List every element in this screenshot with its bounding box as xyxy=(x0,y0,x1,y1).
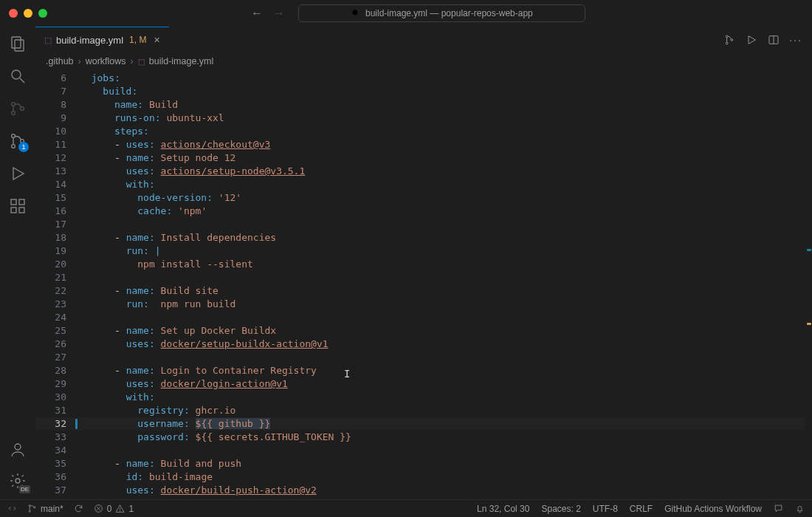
code-line[interactable]: run: npm run build xyxy=(80,298,805,311)
nav-history: ← → xyxy=(251,7,285,20)
cursor-position[interactable]: Ln 32, Col 30 xyxy=(477,504,529,514)
code-line[interactable]: uses: docker/build-push-action@v2 xyxy=(80,484,805,497)
search-icon xyxy=(351,8,361,18)
explorer-icon[interactable] xyxy=(8,34,27,53)
code-line[interactable]: uses: docker/login-action@v1 xyxy=(80,377,805,391)
svg-point-4 xyxy=(12,70,21,79)
yaml-file-icon: ⬚ xyxy=(138,58,145,66)
compare-changes-icon[interactable] xyxy=(723,34,735,46)
remote-indicator[interactable] xyxy=(7,504,17,513)
yaml-file-icon: ⬚ xyxy=(44,35,52,45)
breadcrumb-seg-workflows[interactable]: workflows xyxy=(86,56,126,66)
code-line[interactable]: - name: Set up Docker Buildx xyxy=(80,324,805,338)
settings-gear-icon[interactable]: DE xyxy=(8,471,27,490)
titlebar: ← → build-image.yml — popular-repos-web-… xyxy=(0,0,812,27)
svg-rect-15 xyxy=(11,208,16,213)
extensions-icon[interactable] xyxy=(8,196,27,216)
nav-back-button[interactable]: ← xyxy=(251,7,263,20)
eol-indicator[interactable]: CRLF xyxy=(630,504,653,514)
code-line[interactable]: - name: Install dependencies xyxy=(80,231,805,244)
minimize-window-button[interactable] xyxy=(24,9,32,18)
svg-point-25 xyxy=(29,505,30,507)
git-branch-icon xyxy=(27,504,37,513)
code-line[interactable]: cache: 'npm' xyxy=(80,205,805,218)
code-line[interactable]: build: xyxy=(80,85,805,98)
code-line[interactable] xyxy=(80,218,805,231)
maximize-window-button[interactable] xyxy=(38,9,47,18)
split-editor-icon[interactable] xyxy=(768,34,780,46)
sync-icon xyxy=(74,504,83,513)
code-line[interactable]: node-version: '12' xyxy=(80,191,805,205)
tab-close-button[interactable]: × xyxy=(154,34,159,46)
code-line[interactable]: - name: Build site xyxy=(80,284,805,298)
nav-forward-button[interactable]: → xyxy=(273,7,285,20)
code-line[interactable]: with: xyxy=(80,497,805,499)
code-line[interactable]: - uses: actions/checkout@v3 xyxy=(80,138,805,151)
code-line[interactable]: name: Build xyxy=(80,98,805,112)
source-control-branch-icon[interactable] xyxy=(8,99,27,118)
code-line[interactable]: uses: docker/setup-buildx-action@v1 xyxy=(80,338,805,351)
editor-actions: ··· xyxy=(723,27,812,52)
more-actions-icon[interactable]: ··· xyxy=(790,34,802,46)
sync-button[interactable] xyxy=(74,504,83,513)
code-line[interactable]: with: xyxy=(80,391,805,404)
code-line[interactable]: runs-on: ubuntu-xxl xyxy=(80,112,805,125)
chevron-right-icon: › xyxy=(78,56,81,66)
code-line[interactable]: id: build-image xyxy=(80,470,805,484)
notifications-icon[interactable] xyxy=(795,504,805,513)
code-line[interactable]: - name: Setup node 12 xyxy=(80,151,805,165)
svg-rect-16 xyxy=(19,208,24,213)
scm-badge: 1 xyxy=(18,142,29,152)
search-icon[interactable] xyxy=(8,66,27,86)
code-line[interactable] xyxy=(80,311,805,324)
encoding-indicator[interactable]: UTF-8 xyxy=(593,504,618,514)
svg-rect-13 xyxy=(11,199,16,205)
svg-point-10 xyxy=(12,145,16,148)
code-line[interactable]: registry: ghcr.io xyxy=(80,404,805,417)
feedback-icon[interactable] xyxy=(774,504,783,513)
code-line[interactable]: steps: xyxy=(80,125,805,138)
code-line[interactable] xyxy=(80,271,805,284)
code-editor[interactable]: 6789101112131415161718192021222324252627… xyxy=(35,70,812,499)
source-control-icon[interactable]: 1 xyxy=(8,131,27,151)
svg-point-21 xyxy=(731,38,733,41)
branch-indicator[interactable]: main* xyxy=(27,504,63,514)
status-bar: main* 0 1 Ln 32, Col 30 Spaces: 2 UTF-8 … xyxy=(0,499,812,517)
code-line[interactable]: - name: Build and push xyxy=(80,457,805,470)
svg-point-9 xyxy=(12,134,16,138)
close-window-button[interactable] xyxy=(9,9,18,18)
error-count: 0 xyxy=(107,504,112,514)
code-line[interactable]: with: xyxy=(80,178,805,191)
svg-rect-14 xyxy=(19,199,24,205)
svg-point-7 xyxy=(12,112,16,115)
svg-marker-22 xyxy=(749,35,755,44)
run-debug-icon[interactable] xyxy=(8,164,27,183)
code-line[interactable]: npm install --silent xyxy=(80,258,805,271)
line-number-gutter: 6789101112131415161718192021222324252627… xyxy=(35,72,72,499)
overview-ruler[interactable] xyxy=(805,72,812,499)
account-icon[interactable] xyxy=(8,440,27,459)
breadcrumb-seg-file[interactable]: build-image.yml xyxy=(149,56,214,66)
settings-lang-badge: DE xyxy=(19,485,30,493)
code-line[interactable]: username: ${{ github }} xyxy=(80,417,805,431)
problems-indicator[interactable]: 0 1 xyxy=(94,504,134,514)
svg-point-17 xyxy=(15,444,21,450)
breadcrumb[interactable]: .github › workflows › ⬚ build-image.yml xyxy=(35,52,812,70)
code-line[interactable]: password: ${{ secrets.GITHUB_TOKEN }} xyxy=(80,431,805,444)
code-line[interactable]: uses: actions/setup-node@v3.5.1 xyxy=(80,165,805,178)
language-mode[interactable]: GitHub Actions Workflow xyxy=(664,504,762,514)
code-line[interactable]: run: | xyxy=(80,244,805,258)
code-line[interactable] xyxy=(80,351,805,364)
indentation-indicator[interactable]: Spaces: 2 xyxy=(541,504,580,514)
breadcrumb-seg-github[interactable]: .github xyxy=(46,56,74,66)
chevron-right-icon: › xyxy=(131,56,134,66)
tab-build-image-yml[interactable]: ⬚ build-image.yml 1, M × xyxy=(35,27,169,52)
command-center[interactable]: build-image.yml — popular-repos-web-app xyxy=(298,4,585,22)
code-line[interactable] xyxy=(80,444,805,457)
run-workflow-icon[interactable] xyxy=(746,34,757,46)
code-line[interactable]: jobs: xyxy=(80,72,805,85)
warning-icon xyxy=(115,504,125,513)
svg-point-18 xyxy=(16,479,20,483)
code-lines[interactable]: 𝙸 jobs: build: name: Build runs-on: ubun… xyxy=(80,72,805,499)
code-line[interactable]: - name: Login to Container Registry xyxy=(80,364,805,377)
